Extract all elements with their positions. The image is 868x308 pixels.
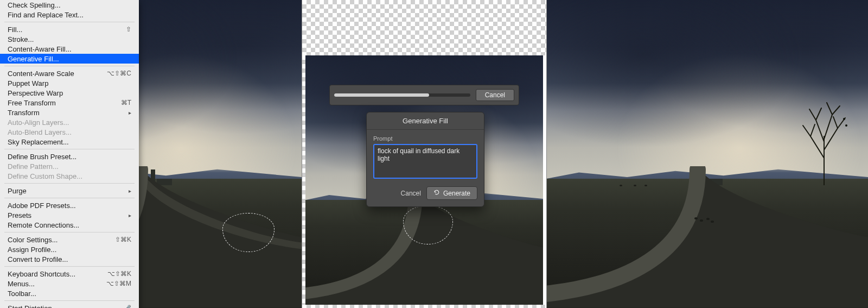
menu-item-start-dictation[interactable]: Start Dictation…🎤 — [0, 303, 139, 308]
menu-item-label: Perspective Warp — [8, 89, 63, 97]
menu-item-label: Auto-Align Layers... — [8, 118, 69, 127]
menu-item-define-brush-preset[interactable]: Define Brush Preset... — [0, 152, 139, 161]
menu-item-presets[interactable]: Presets — [0, 210, 139, 220]
quail-speck — [620, 185, 622, 186]
generative-fill-dialog: Generative Fill Prompt Cancel Generate — [366, 112, 484, 207]
menu-item-label: Define Pattern... — [8, 162, 59, 171]
menu-item-label: Convert to Profile... — [8, 255, 68, 263]
menu-item-check-spelling[interactable]: Check Spelling... — [0, 0, 139, 10]
generate-button-label: Generate — [443, 190, 470, 197]
refresh-icon — [433, 189, 440, 197]
menu-item-sky-replacement[interactable]: Sky Replacement... — [0, 137, 139, 147]
menu-item-label: Adobe PDF Presets... — [8, 202, 76, 210]
menu-item-auto-blend-layers: Auto-Blend Layers... — [0, 127, 139, 137]
dialog-cancel-button[interactable]: Cancel — [401, 190, 421, 197]
menu-item-perspective-warp[interactable]: Perspective Warp — [0, 88, 139, 98]
menu-item-label: Fill... — [8, 26, 22, 34]
menu-item-puppet-warp[interactable]: Puppet Warp — [0, 78, 139, 88]
menu-item-find-and-replace-text[interactable]: Find and Replace Text... — [0, 10, 139, 20]
menu-item-toolbar[interactable]: Toolbar... — [0, 288, 139, 298]
menu-item-label: Find and Replace Text... — [8, 11, 84, 19]
menu-item-fill[interactable]: Fill...⇧ — [0, 24, 139, 34]
quail-speck — [711, 221, 714, 223]
progress-fill — [334, 93, 429, 97]
menu-item-define-pattern: Define Pattern... — [0, 161, 139, 171]
menu-item-remote-connections[interactable]: Remote Connections... — [0, 220, 139, 230]
menu-item-menus[interactable]: Menus...⌥⇧⌘M — [0, 279, 139, 288]
menu-item-label: Auto-Blend Layers... — [8, 128, 72, 136]
menu-item-purge[interactable]: Purge — [0, 186, 139, 196]
menu-item-auto-align-layers: Auto-Align Layers... — [0, 117, 139, 127]
menu-item-define-custom-shape: Define Custom Shape... — [0, 171, 139, 181]
menu-item-label: Presets — [8, 211, 31, 219]
progress-cancel-button[interactable]: Cancel — [476, 89, 514, 101]
menu-item-label: Color Settings... — [8, 236, 58, 244]
menu-item-assign-profile[interactable]: Assign Profile... — [0, 244, 139, 254]
quail-speck — [706, 218, 710, 220]
menu-item-label: Remote Connections... — [8, 221, 79, 229]
mic-icon: 🎤 — [124, 305, 131, 309]
svg-point-1 — [845, 124, 847, 127]
panel-result — [547, 0, 868, 308]
menu-item-label: Assign Profile... — [8, 246, 56, 254]
menu-item-label: Transform — [8, 109, 40, 117]
menu-item-convert-to-profile[interactable]: Convert to Profile... — [0, 254, 139, 264]
menu-item-label: Define Brush Preset... — [8, 153, 76, 161]
menu-item-label: Define Custom Shape... — [8, 172, 82, 180]
menu-item-label: Menus... — [8, 280, 35, 288]
menu-item-label: Start Dictation… — [8, 304, 59, 309]
menu-item-label: Generative Fill... — [8, 55, 59, 63]
menu-item-label: Puppet Warp — [8, 79, 48, 87]
menu-item-adobe-pdf-presets[interactable]: Adobe PDF Presets... — [0, 200, 139, 210]
menu-item-shortcut: ⇧⌘K — [115, 236, 131, 243]
menu-item-shortcut: ⇧ — [126, 26, 131, 33]
quail-speck — [644, 185, 647, 186]
quail-speck — [634, 185, 636, 186]
prompt-input[interactable] — [373, 144, 477, 179]
prompt-label: Prompt — [373, 135, 477, 142]
menu-item-label: Toolbar... — [8, 290, 36, 298]
menu-item-keyboard-shortcuts[interactable]: Keyboard Shortcuts...⌥⇧⌘K — [0, 269, 139, 279]
menu-item-stroke[interactable]: Stroke... — [0, 34, 139, 44]
menu-item-label: Sky Replacement... — [8, 138, 69, 146]
menu-item-label: Check Spelling... — [8, 1, 61, 9]
quail-speck — [700, 219, 703, 222]
menu-item-label: Free Transform — [8, 99, 56, 107]
edit-menu: Check Spelling...Find and Replace Text..… — [0, 0, 139, 308]
bare-tree — [800, 98, 848, 185]
menu-item-transform[interactable]: Transform — [0, 108, 139, 117]
menu-item-shortcut: ⌘T — [121, 99, 131, 106]
menu-item-label: Content-Aware Scale — [8, 70, 74, 78]
menu-item-free-transform[interactable]: Free Transform⌘T — [0, 98, 139, 108]
menu-item-label: Keyboard Shortcuts... — [8, 270, 75, 278]
menu-item-label: Content-Aware Fill... — [8, 45, 72, 53]
menu-item-content-aware-scale[interactable]: Content-Aware Scale⌥⇧⌘C — [0, 68, 139, 78]
progress-bar: Cancel — [329, 85, 519, 105]
svg-point-0 — [843, 118, 845, 120]
menu-item-label: Purge — [8, 187, 27, 195]
menu-item-shortcut: ⌥⇧⌘M — [106, 280, 131, 287]
generate-button[interactable]: Generate — [426, 186, 477, 200]
quail-speck — [694, 217, 698, 219]
menu-item-label: Stroke... — [8, 35, 34, 43]
menu-item-generative-fill[interactable]: Generative Fill... — [0, 54, 139, 64]
scene-result — [547, 0, 868, 308]
menu-item-shortcut: ⌥⇧⌘C — [107, 70, 131, 77]
menu-item-content-aware-fill[interactable]: Content-Aware Fill... — [0, 44, 139, 54]
dialog-title: Generative Fill — [367, 112, 484, 130]
menu-item-shortcut: ⌥⇧⌘K — [107, 270, 131, 278]
panel-edit-menu: Check Spelling...Find and Replace Text..… — [0, 0, 302, 308]
menu-item-color-settings[interactable]: Color Settings...⇧⌘K — [0, 235, 139, 244]
panel-generative-dialog: Cancel Generative Fill Prompt Cancel Gen… — [302, 0, 547, 308]
